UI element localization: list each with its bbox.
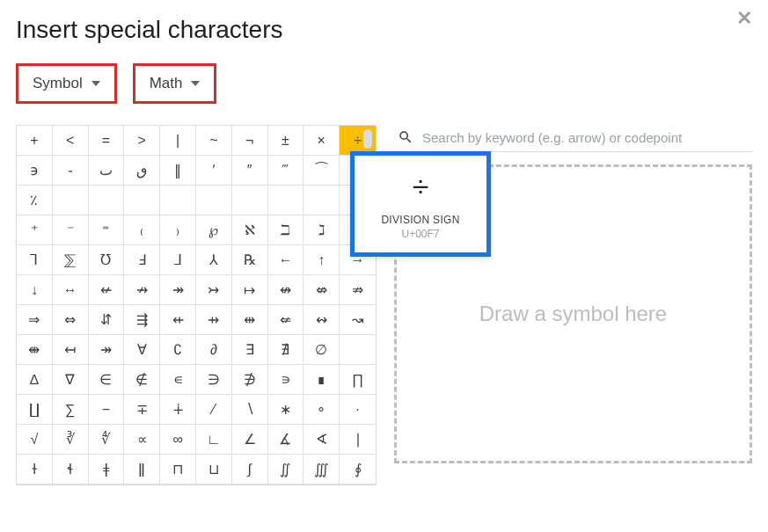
character-cell[interactable]: ∙: [340, 395, 376, 425]
character-cell[interactable]: ∡: [268, 425, 304, 455]
character-cell[interactable]: ₎: [160, 215, 196, 245]
character-cell[interactable]: ↚: [89, 275, 125, 305]
character-cell[interactable]: ֊: [53, 156, 89, 186]
character-cell[interactable]: ↑: [304, 245, 340, 275]
character-cell[interactable]: ɬ: [53, 455, 89, 485]
character-cell[interactable]: ∇: [53, 365, 89, 395]
character-cell[interactable]: ↛: [124, 275, 160, 305]
scrollbar-thumb[interactable]: [363, 129, 372, 149]
character-cell[interactable]: ℞: [232, 245, 268, 275]
character-cell[interactable]: ⇸: [196, 305, 232, 335]
character-cell[interactable]: ↦: [232, 275, 268, 305]
character-cell[interactable]: ɫ: [17, 455, 53, 485]
character-cell[interactable]: ∞: [160, 425, 196, 455]
character-cell[interactable]: ∛: [53, 425, 89, 455]
character-cell[interactable]: ٮ: [89, 156, 125, 186]
character-cell[interactable]: ⇼: [17, 335, 53, 365]
character-cell[interactable]: ⇵: [89, 305, 125, 335]
character-cell[interactable]: ⇶: [124, 305, 160, 335]
character-cell[interactable]: ↠: [160, 275, 196, 305]
character-cell[interactable]: ‖: [160, 156, 196, 186]
character-cell[interactable]: ×: [304, 126, 340, 156]
character-cell[interactable]: ∣: [340, 425, 376, 455]
character-cell[interactable]: ℘: [196, 215, 232, 245]
character-cell[interactable]: ⇔: [53, 305, 89, 335]
character-cell[interactable]: ℧: [89, 245, 125, 275]
character-cell[interactable]: ∗: [268, 395, 304, 425]
character-cell[interactable]: ⇏: [340, 275, 376, 305]
character-cell[interactable]: ⊓: [160, 455, 196, 485]
character-cell[interactable]: ∏: [340, 365, 376, 395]
character-cell[interactable]: ↓: [17, 275, 53, 305]
character-cell[interactable]: ⁻: [53, 215, 89, 245]
character-cell[interactable]: ¬: [232, 126, 268, 156]
character-cell[interactable]: ∕: [196, 395, 232, 425]
character-cell[interactable]: ∟: [196, 425, 232, 455]
character-cell[interactable]: ∁: [160, 335, 196, 365]
character-cell[interactable]: ±: [268, 126, 304, 156]
character-cell[interactable]: ∉: [124, 365, 160, 395]
character-cell[interactable]: ⅂: [17, 245, 53, 275]
character-cell[interactable]: ∂: [196, 335, 232, 365]
character-cell[interactable]: ~: [196, 126, 232, 156]
character-cell[interactable]: >: [124, 126, 160, 156]
character-cell[interactable]: ∆: [17, 365, 53, 395]
character-cell[interactable]: ₍: [124, 215, 160, 245]
character-cell[interactable]: ∢: [304, 425, 340, 455]
character-cell[interactable]: ⅃: [160, 245, 196, 275]
character-cell[interactable]: ℶ: [268, 215, 304, 245]
character-cell[interactable]: ←: [268, 245, 304, 275]
character-cell[interactable]: ⅀: [53, 245, 89, 275]
character-cell[interactable]: ∃: [232, 335, 268, 365]
character-cell[interactable]: ∋: [196, 365, 232, 395]
character-cell[interactable]: ⇍: [268, 305, 304, 335]
character-cell[interactable]: =: [89, 126, 125, 156]
character-cell[interactable]: ∝: [124, 425, 160, 455]
character-cell[interactable]: ∈: [89, 365, 125, 395]
character-cell[interactable]: ∊: [160, 365, 196, 395]
character-cell[interactable]: ↝: [340, 305, 376, 335]
character-cell[interactable]: ⁼: [89, 215, 125, 245]
character-cell[interactable]: ٯ: [124, 156, 160, 186]
character-cell[interactable]: ∫: [232, 455, 268, 485]
character-cell[interactable]: ∜: [89, 425, 125, 455]
character-cell[interactable]: ‴: [268, 156, 304, 186]
character-cell[interactable]: ∄: [268, 335, 304, 365]
character-cell[interactable]: |: [160, 126, 196, 156]
character-cell[interactable]: ∐: [17, 395, 53, 425]
character-cell[interactable]: ↠: [89, 335, 125, 365]
character-cell[interactable]: ⇎: [304, 275, 340, 305]
character-cell[interactable]: ǁ: [124, 455, 160, 485]
character-cell[interactable]: ∓: [124, 395, 160, 425]
character-cell[interactable]: ∬: [268, 455, 304, 485]
character-cell[interactable]: ℵ: [232, 215, 268, 245]
character-cell[interactable]: ∑: [53, 395, 89, 425]
character-cell[interactable]: ℷ: [304, 215, 340, 245]
character-cell[interactable]: ϶: [17, 156, 53, 186]
character-cell[interactable]: ″: [232, 156, 268, 186]
search-input[interactable]: [422, 130, 749, 145]
character-cell[interactable]: ⁀: [304, 156, 340, 186]
character-cell[interactable]: ↮: [268, 275, 304, 305]
character-cell[interactable]: ↭: [304, 305, 340, 335]
character-cell[interactable]: ∮: [340, 455, 376, 485]
character-cell[interactable]: ∎: [304, 365, 340, 395]
character-cell[interactable]: ⇷: [160, 305, 196, 335]
close-icon[interactable]: ✕: [736, 9, 752, 28]
character-cell[interactable]: ⊔: [196, 455, 232, 485]
subcategory-dropdown[interactable]: Math: [133, 63, 217, 104]
character-cell[interactable]: ⇒: [17, 305, 53, 335]
character-cell[interactable]: ′: [196, 156, 232, 186]
character-cell[interactable]: ∭: [304, 455, 340, 485]
character-cell[interactable]: Ⅎ: [124, 245, 160, 275]
character-cell[interactable]: ∘: [304, 395, 340, 425]
character-cell[interactable]: ∔: [160, 395, 196, 425]
character-cell[interactable]: ⅄: [196, 245, 232, 275]
character-cell[interactable]: ↣: [196, 275, 232, 305]
character-cell[interactable]: −: [89, 395, 125, 425]
character-cell[interactable]: ∖: [232, 395, 268, 425]
character-cell[interactable]: ǂ: [89, 455, 125, 485]
character-cell[interactable]: <: [53, 126, 89, 156]
character-cell[interactable]: ⁺: [17, 215, 53, 245]
character-cell[interactable]: ∌: [232, 365, 268, 395]
